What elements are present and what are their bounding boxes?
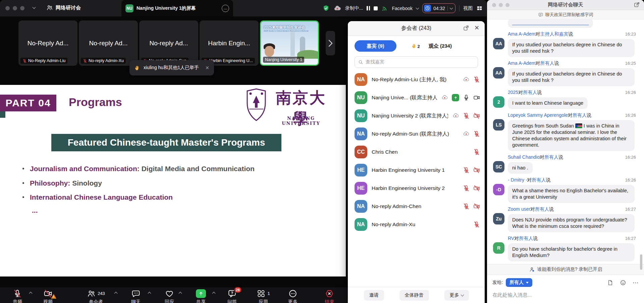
toolbar-end-button[interactable]: 结束 [325,289,334,303]
toast-close-icon[interactable]: ✕ [205,65,209,70]
participants-panel: 参会者 (243) ✕ 嘉宾 (9) 2 观众 (234) 查找嘉宾 NANo-… [348,21,485,303]
more-button[interactable]: 更多 [444,290,469,301]
compose-more-icon[interactable]: ⋯ [633,279,639,286]
stop-recording-icon[interactable] [374,6,378,10]
chat-scrollbar-thumb[interactable] [640,254,642,270]
attach-file-icon[interactable] [607,280,613,286]
tab-raised-hands[interactable]: 2 [411,43,420,49]
participant-name: No-reply Admin-Sun (联席主持人) [372,131,459,138]
toolbar-chevron-icon[interactable] [148,292,151,295]
screen-share-tab[interactable]: NU Nanjing University 1的屏幕 … [121,0,233,16]
participant-name: No-reply Admin-Chen [372,203,459,209]
message-sender: Suhail Chandio [508,154,540,160]
send-to-selector[interactable]: 所有人 [506,278,532,287]
participant-row[interactable]: NANo-reply Admin-Xu [355,215,480,234]
toolbar-participants-button[interactable]: 243参会者 [87,289,105,303]
share-tab-avatar: NU [125,4,133,12]
video-tile[interactable]: No-Reply Ad...No-Reply Admin-Liu [18,20,77,66]
security-shield-icon[interactable] [322,5,330,12]
participant-search-input[interactable]: 查找嘉宾 [355,56,478,68]
message-header: Ama A-Adem对主持人和嘉宾说16:23 [508,31,636,38]
invite-button[interactable]: 邀请 [364,290,384,301]
emoji-icon[interactable] [620,280,626,286]
mic-off-icon [463,185,470,192]
message-target: 所有人 [519,235,533,242]
meeting-timer[interactable]: 04:32 [422,3,455,13]
bullet-dot-icon [22,168,24,169]
participant-status-icons [441,94,480,101]
toolbar-audio-button[interactable]: 音频 [13,289,22,303]
cam-on-icon [473,94,480,101]
view-label[interactable]: 视图 [463,5,473,11]
participant-row[interactable]: NANo-Reply Admin-Liu (主持人, 我) [355,70,480,89]
slide-bullet: ... [32,206,38,214]
timer-clock-icon [424,5,431,12]
participant-name: Harbin Engineering University 1 [372,167,459,173]
share-up-icon [196,289,206,298]
view-grid-icon[interactable] [476,5,483,11]
toolbar-chevron-icon[interactable] [179,292,182,295]
video-caption-sub: 2025 Study in China Student Recruitment … [264,30,309,32]
message-header: 2025对所有人说16:26 [508,89,636,96]
window-traffic-lights[interactable] [492,3,509,7]
video-tile[interactable]: No-reply Ad...No-reply Admin-Sun [139,20,198,66]
chat-message-list[interactable]: Ama A-Adem对主持人和嘉宾说16:23AAIf you studied … [487,19,644,264]
participant-row[interactable]: CCChris Chen [355,143,480,161]
share-tab-label: Nanjing University 1的屏幕 [137,5,219,11]
chat-input[interactable]: 在此处输入消息... [492,292,639,298]
toolbar-video-button[interactable]: 视频 [43,289,53,303]
toolbar-more-button[interactable]: 更多 [288,289,298,303]
video-tile[interactable]: Harbin Engin...Harbin Engineering U... [200,20,259,66]
message-header: Lopeyok Sammy Aperengole对所有人说16:26 [508,112,636,119]
toolbar-chevron-icon[interactable] [29,292,33,295]
toolbar-share-button[interactable]: 共享 [196,289,206,303]
zoom-window: 网络研讨会 NU Nanjing University 1的屏幕 … 录制中..… [0,0,487,303]
message-header: RV对所有人说16:27 [508,235,636,242]
slide-bullet: International Chinese Language Education [22,193,173,201]
window-traffic-lights[interactable] [5,6,24,10]
chat-titlebar: 网络研讨会聊天 [487,0,644,10]
video-tile[interactable]: No-reply Ad...No-reply Admin-Xu [79,20,138,66]
people-icon: 243 [87,289,105,298]
titlebar-chevron-icon[interactable] [33,6,36,9]
stream-chevron-icon[interactable] [416,6,419,9]
message-avatar: SC [493,161,504,172]
participants-tabs: 嘉宾 (9) 2 观众 (234) [348,36,485,52]
close-icon[interactable]: ✕ [474,24,479,32]
message-sender: Lopeyok Sammy Aperengole [508,112,568,118]
timer-chevron-icon[interactable] [450,6,453,9]
mic-off-icon [13,289,22,298]
toolbar-qa-button[interactable]: ?28问答 [227,289,237,303]
message-time: 16:26 [625,154,636,161]
popout-icon[interactable] [463,25,469,31]
live-stream-signal-icon [381,5,388,12]
toolbar-chevron-icon[interactable] [212,292,216,295]
message-sender: Ama A-Adem [508,60,535,66]
participant-row[interactable]: NANo-reply Admin-Chen [355,197,480,215]
participant-row[interactable]: NANo-reply Admin-Sun (联席主持人) [355,125,480,143]
chat-message: Suhail Chandio对所有人说16:26SCni hao . [493,154,636,174]
toolbar-reactions-button[interactable]: 回应 [165,289,174,303]
video-tile[interactable]: 2025来华留学招生宣讲会2025 Study in China Student… [260,20,319,66]
participant-row[interactable]: NUNanjing Unive... (联席主持人) [355,89,480,107]
message-time: 16:26 [625,177,636,184]
strip-next-page-button[interactable] [326,31,335,55]
tab-attendees[interactable]: 观众 (234) [429,43,452,49]
toolbar-count: 243 [98,291,105,296]
pause-recording-icon[interactable] [367,6,370,10]
compose-popout-icon[interactable] [634,2,640,8]
chat-message: 2025对所有人说16:262I want to learn Chinese l… [493,89,636,109]
participant-row[interactable]: HEHarbin Engineering University 2 [355,179,480,197]
toolbar-chevron-icon[interactable] [114,292,118,295]
toolbar-apps-button[interactable]: 1应用 [257,289,270,303]
participant-row[interactable]: NUNanjing University 2 (联席主持人) [355,107,480,125]
video-warning-icon [51,294,56,299]
send-to-label: 发给: [492,280,503,286]
send-to-value: 所有人 [509,280,524,286]
tab-guests[interactable]: 嘉宾 (9) [355,40,396,52]
share-tab-options-icon[interactable]: … [222,5,229,12]
toolbar-chat-button[interactable]: 聊天 [131,289,141,303]
mute-all-button[interactable]: 全体静音 [399,290,429,301]
apps-icon: 1 [257,289,270,298]
participant-row[interactable]: HEHarbin Engineering University 1 [355,161,480,179]
